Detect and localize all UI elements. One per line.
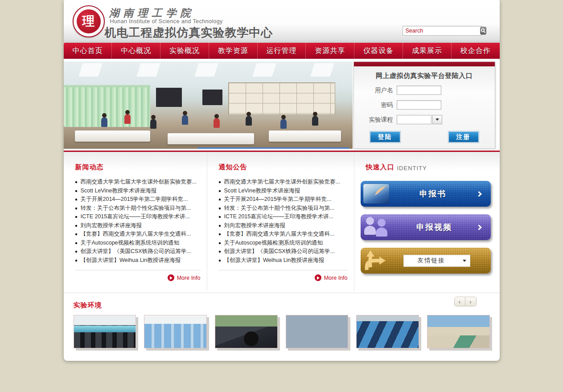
news-item[interactable]: 转发：关于公布第十期个性化实验项目与第... <box>75 204 201 213</box>
search-input[interactable] <box>403 27 480 35</box>
quick-entry-title-en: IDENTITY <box>397 165 427 172</box>
username-input[interactable] <box>397 86 441 95</box>
gallery-photo-driving-simulator[interactable] <box>215 315 278 348</box>
gallery-prev-button[interactable]: ‹ <box>454 297 465 306</box>
news-item[interactable]: ICTE 2015嘉宾论坛——王印海教授学术讲... <box>75 212 201 221</box>
gallery-pager: ‹ › <box>454 297 477 306</box>
course-select-value[interactable] <box>397 115 431 124</box>
news-column: 新闻动态 西南交通大学第七届大学生课外创新实验竞赛... Scott LeVin… <box>64 152 207 291</box>
hand-touch-image <box>363 184 389 204</box>
notice-item[interactable]: 刘向宏教授学术讲座海报 <box>219 221 348 230</box>
notice-item[interactable]: ICTE 2015嘉宾论坛——王印海教授学术讲... <box>219 212 348 221</box>
friendly-links-dropdown-button[interactable] <box>459 255 470 266</box>
news-item[interactable]: 刘向宏教授学术讲座海报 <box>75 221 201 230</box>
notice-item[interactable]: 西南交通大学第七届大学生课外创新实验竞赛... <box>219 178 348 187</box>
login-button[interactable]: 登陆 <box>370 131 400 143</box>
photo-display-cabinet <box>228 82 335 115</box>
nav-item-overview[interactable]: 中心概况 <box>111 43 160 59</box>
university-name-en: Hunan Institute of Science and Technolog… <box>110 18 223 24</box>
gallery-photo-workstations[interactable] <box>427 315 490 348</box>
branching-arrows-icon <box>364 250 386 271</box>
main-content: 新闻动态 西南交通大学第七届大学生课外创新实验竞赛... Scott LeVin… <box>64 152 500 291</box>
search-box <box>403 26 482 36</box>
photo-table <box>269 131 341 142</box>
notice-item[interactable]: 创源大讲堂】《美国CSX铁路公司的运筹学... <box>219 247 348 256</box>
photo-person <box>150 119 156 129</box>
nav-item-achievements[interactable]: 成果展示 <box>403 43 451 59</box>
application-video-button[interactable]: 申报视频 <box>361 214 491 240</box>
chevron-right-icon <box>476 225 482 230</box>
nav-item-home[interactable]: 中心首页 <box>64 43 112 59</box>
site-title: 机电工程虚拟仿真实验教学中心 <box>105 25 273 41</box>
notice-item[interactable]: 【创源大讲堂】Weihua Lin教授讲座海报 <box>219 256 348 265</box>
course-select[interactable] <box>397 115 442 124</box>
photo-person <box>214 118 220 128</box>
people-icon <box>363 216 392 238</box>
notice-column: 通知公告 西南交通大学第七届大学生课外创新实验竞赛... Scott LeVin… <box>207 152 354 291</box>
login-panel-topbar <box>354 62 495 66</box>
banner: 网上虚拟仿真实验平台登陆入口 用户名 密码 实验课程 登陆 <box>64 61 500 150</box>
search-button[interactable] <box>480 27 486 35</box>
main-nav: 中心首页 中心概况 实验概况 教学资源 运行管理 资源共享 仪器设备 成果展示 … <box>64 43 500 59</box>
notice-item[interactable]: 关于Autoscope视频检测系统培训的通知 <box>219 239 348 248</box>
nav-item-sharing[interactable]: 资源共享 <box>305 43 354 59</box>
search-icon <box>481 28 486 33</box>
environment-section: 实验环境 ‹ › <box>64 293 500 361</box>
photo-board <box>156 88 182 107</box>
logo-seal: 理 <box>77 9 101 33</box>
nav-item-experiment[interactable]: 实验概况 <box>160 43 209 59</box>
notice-item[interactable]: 关于开展2014—2015学年第二学期学科竞... <box>219 195 348 204</box>
news-more-link[interactable]: More Info <box>75 270 201 281</box>
photo-board <box>202 90 222 105</box>
photo-person <box>182 115 188 125</box>
nav-item-operation[interactable]: 运行管理 <box>257 43 306 59</box>
news-list: 西南交通大学第七届大学生课外创新实验竞赛... Scott LeVine教授学术… <box>75 178 201 265</box>
course-select-dropdown-button[interactable] <box>432 115 442 124</box>
nav-item-cooperation[interactable]: 校企合作 <box>451 43 500 59</box>
news-item[interactable]: 【竞赛】西南交通大学第八届大学生交通科... <box>75 230 201 239</box>
password-label: 密码 <box>354 101 393 109</box>
chevron-down-icon <box>463 260 466 262</box>
notice-more-link[interactable]: More Info <box>219 270 348 281</box>
gallery-photo-computer-lab[interactable] <box>356 315 419 348</box>
notice-title: 通知公告 <box>219 163 247 172</box>
friendly-links-dropdown[interactable]: 友情链接 <box>403 255 470 267</box>
notice-item[interactable]: 【竞赛】西南交通大学第八届大学生交通科... <box>219 230 348 239</box>
news-item[interactable]: 关于开展2014—2015学年第二学期学科竞... <box>75 195 201 204</box>
chevron-down-icon <box>436 118 439 121</box>
password-input[interactable] <box>397 100 441 110</box>
gallery-photo-lab-consoles[interactable] <box>144 315 207 348</box>
photo-person <box>246 116 252 126</box>
login-panel-title: 网上虚拟仿真实验平台登陆入口 <box>354 72 495 80</box>
login-panel: 网上虚拟仿真实验平台登陆入口 用户名 密码 实验课程 登陆 <box>353 61 495 149</box>
news-item[interactable]: 创源大讲堂】《美国CSX铁路公司的运筹学... <box>75 247 201 256</box>
friendly-links-panel: 友情链接 <box>361 248 491 274</box>
application-video-label: 申报视频 <box>392 222 477 233</box>
photo-ceiling-lights <box>79 63 337 77</box>
footer <box>0 361 563 392</box>
application-form-button[interactable]: 申报书 <box>361 181 491 207</box>
photo-person <box>280 119 287 129</box>
nav-item-equipment[interactable]: 仪器设备 <box>354 43 403 59</box>
notice-item[interactable]: 转发：关于公布第十期个性化实验项目与第... <box>219 204 348 213</box>
news-item[interactable]: 关于Autoscope视频检测系统培训的通知 <box>75 239 201 248</box>
application-form-label: 申报书 <box>389 188 477 199</box>
chevron-right-icon <box>476 191 482 197</box>
course-label: 实验课程 <box>354 116 393 124</box>
register-button[interactable]: 注册 <box>448 131 479 143</box>
gallery-photo-control-room[interactable] <box>74 315 136 348</box>
news-item[interactable]: Scott LeVine教授学术讲座海报 <box>75 187 201 196</box>
photo-person <box>124 114 131 124</box>
quick-entry-title: 快速入口 <box>366 163 395 172</box>
notice-item[interactable]: Scott LeVine教授学术讲座海报 <box>219 187 348 196</box>
news-item[interactable]: 【创源大讲堂】Weihua Lin教授讲座海报 <box>75 256 201 265</box>
notice-more-label: More Info <box>324 275 348 281</box>
nav-item-resources[interactable]: 教学资源 <box>209 43 257 59</box>
quick-entry-column: 快速入口 IDENTITY 申报书 申报视频 <box>354 152 500 291</box>
gallery-photo-train-model[interactable] <box>286 315 349 348</box>
friendly-links-label: 友情链接 <box>404 257 459 265</box>
gallery-next-button[interactable]: › <box>465 297 477 306</box>
gallery <box>74 315 490 348</box>
news-item[interactable]: 西南交通大学第七届大学生课外创新实验竞赛... <box>75 178 201 187</box>
username-label: 用户名 <box>354 86 393 94</box>
